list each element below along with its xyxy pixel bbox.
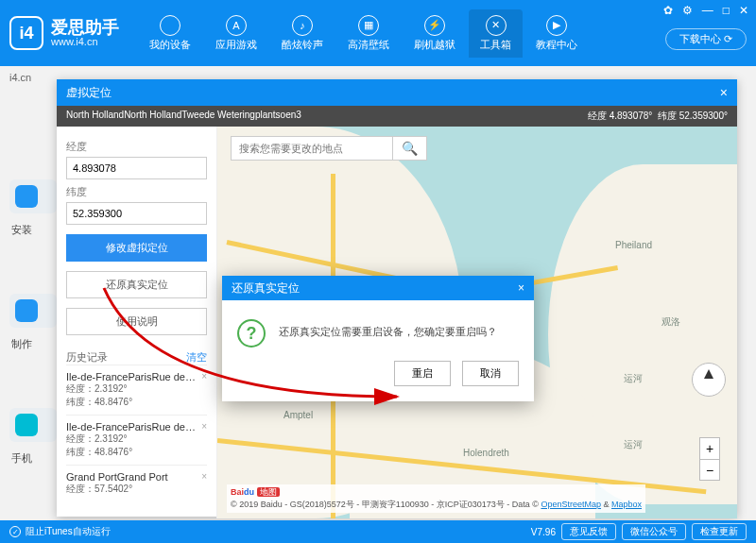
modify-location-button[interactable]: 修改虚拟定位	[66, 234, 207, 262]
app-url: www.i4.cn	[51, 36, 119, 47]
credit-link-osm[interactable]: OpenStreetMap	[541, 500, 601, 509]
map-label: 运河	[624, 438, 643, 451]
nav-tab-1[interactable]: A应用游戏	[204, 9, 268, 58]
history-delete-button[interactable]: ×	[201, 471, 207, 482]
titlebar-shirt-icon[interactable]: ✿	[663, 4, 673, 17]
side-stub-label: 手机	[11, 451, 57, 466]
version-label: V7.96	[531, 527, 556, 537]
app-logo: i4	[9, 16, 43, 50]
nav-tab-3[interactable]: ▦高清壁纸	[336, 9, 401, 58]
tools-icon: ✕	[486, 15, 507, 36]
feedback-button[interactable]: 意见反馈	[561, 523, 616, 540]
side-stub[interactable]	[9, 294, 57, 328]
history-item[interactable]: Ile-de-FranceParisRue de S…经度：2.3192°纬度：…	[66, 415, 207, 465]
question-icon: ?	[237, 319, 266, 348]
map-search-button[interactable]: 🔍	[392, 137, 426, 160]
dialog-cancel-button[interactable]: 取消	[462, 361, 519, 386]
dialog-close-button[interactable]: ×	[518, 281, 524, 295]
history-delete-button[interactable]: ×	[201, 421, 207, 432]
confirm-dialog: 还原真实定位 × ? 还原真实定位需要重启设备，您确定要重启吗？ 重启 取消	[222, 276, 534, 401]
side-stub[interactable]	[9, 179, 57, 213]
help-button[interactable]: 使用说明	[66, 308, 207, 335]
lon-input[interactable]	[66, 157, 207, 179]
titlebar-max-icon[interactable]: □	[723, 4, 730, 17]
map-label: 观洛	[662, 315, 680, 329]
zoom-in-button[interactable]: +	[700, 438, 719, 459]
map-search-input[interactable]	[232, 137, 392, 160]
download-icon: ⟳	[724, 33, 732, 44]
tab-label: 我的设备	[149, 38, 191, 52]
book-icon: ▶	[546, 15, 567, 36]
compass-control[interactable]	[692, 363, 726, 397]
side-stub-label: 安装	[11, 223, 57, 237]
tab-label: 教程中心	[536, 38, 577, 52]
download-center-button[interactable]: 下载中心 ⟳	[665, 28, 747, 50]
dialog-ok-button[interactable]: 重启	[394, 361, 451, 386]
block-itunes-checkbox[interactable]: ✓阻止iTunes自动运行	[9, 525, 111, 538]
side-stub[interactable]	[9, 408, 57, 442]
history-delete-button[interactable]: ×	[201, 371, 207, 382]
apple-icon	[160, 15, 180, 36]
titlebar-close-icon[interactable]: ✕	[739, 4, 748, 17]
nav-tab-4[interactable]: ⚡刷机越狱	[403, 9, 467, 58]
wechat-button[interactable]: 微信公众号	[622, 523, 686, 540]
history-title: 历史记录	[66, 350, 108, 365]
panel-close-button[interactable]: ×	[720, 85, 728, 100]
dialog-message: 还原真实定位需要重启设备，您确定要重启吗？	[279, 319, 497, 339]
breadcrumb: i4.cn	[9, 72, 31, 83]
side-stub-label: 制作	[11, 337, 57, 351]
history-item[interactable]: Grand PortGrand Port经度：57.5402°×	[66, 465, 207, 501]
titlebar-min-icon[interactable]: —	[702, 4, 713, 17]
credit-link-mapbox[interactable]: Mapbox	[611, 500, 642, 509]
ring-icon: ♪	[292, 15, 313, 36]
lat-input[interactable]	[66, 202, 207, 225]
map-label: Amptel	[284, 410, 313, 420]
panel-title: 虚拟定位	[66, 85, 112, 101]
lat-label: 纬度	[66, 185, 207, 199]
nav-tab-0[interactable]: 我的设备	[138, 9, 202, 58]
check-update-button[interactable]: 检查更新	[692, 523, 747, 540]
addr-coords: 经度 4.893078° 纬度 52.359300°	[588, 110, 728, 123]
history-item[interactable]: Ile-de-FranceParisRue de S…经度：2.3192°纬度：…	[66, 365, 207, 415]
tab-label: 应用游戏	[215, 38, 257, 52]
dialog-title: 还原真实定位	[232, 280, 300, 297]
zoom-out-button[interactable]: −	[700, 459, 719, 480]
tab-label: 刷机越狱	[414, 38, 455, 52]
flash-icon: ⚡	[424, 15, 445, 36]
app-icon: A	[226, 15, 247, 36]
tab-label: 高清壁纸	[348, 38, 389, 52]
lon-label: 经度	[66, 140, 207, 154]
wall-icon: ▦	[358, 15, 379, 36]
titlebar-gear-icon[interactable]: ⚙	[682, 4, 693, 17]
map-label: Pheiland	[615, 240, 652, 250]
map-label: Holendreth	[463, 448, 509, 458]
nav-tab-6[interactable]: ▶教程中心	[524, 9, 589, 58]
nav-tab-2[interactable]: ♪酷炫铃声	[270, 9, 335, 58]
map-label: 运河	[624, 372, 643, 385]
app-title: 爱思助手	[51, 19, 119, 36]
restore-location-button[interactable]: 还原真实定位	[66, 271, 207, 298]
map-credits: Baidu 地图 © 2019 Baidu - GS(2018)5572号 - …	[227, 484, 645, 513]
tab-label: 酷炫铃声	[282, 38, 323, 52]
nav-tab-5[interactable]: ✕工具箱	[469, 9, 523, 58]
address-text: North HollandNorth HollandTweede Weterin…	[66, 110, 301, 123]
history-clear-button[interactable]: 清空	[186, 350, 207, 365]
tab-label: 工具箱	[480, 38, 511, 52]
